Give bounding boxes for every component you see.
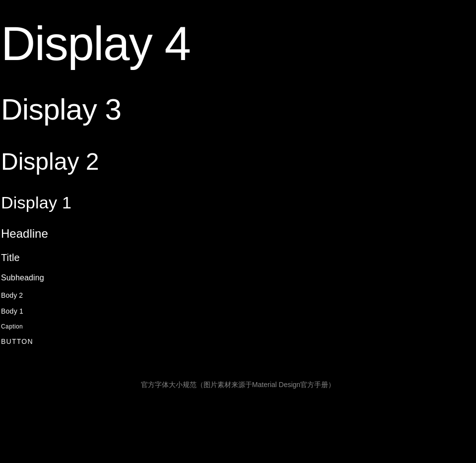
display4-label: Display 4	[1, 10, 476, 87]
display4-item: Display 4	[0, 10, 476, 87]
display1-item: Display 1	[0, 189, 476, 223]
subheading-label: Subheading	[1, 270, 476, 289]
display3-item: Display 3	[0, 87, 476, 142]
display3-label: Display 3	[1, 87, 476, 142]
body2-label: Body 2	[1, 289, 476, 305]
footer-note: 官方字体大小规范（图片素材来源于Material Design官方手册）	[0, 361, 476, 399]
caption-item: Caption	[0, 321, 476, 335]
display2-label: Display 2	[1, 142, 476, 189]
caption-label: Caption	[1, 321, 476, 335]
title-label: Title	[1, 249, 476, 270]
body1-item: Body 1	[0, 305, 476, 321]
subheading-item: Subheading	[0, 270, 476, 289]
title-item: Title	[0, 249, 476, 270]
type-scale-container: Display 4 Display 3 Display 2 Display 1 …	[0, 0, 476, 419]
button-item: Button	[0, 335, 476, 351]
headline-label: Headline	[1, 223, 476, 249]
body1-label: Body 1	[1, 305, 476, 321]
button-label: Button	[1, 335, 476, 351]
headline-item: Headline	[0, 223, 476, 249]
display2-item: Display 2	[0, 142, 476, 189]
display1-label: Display 1	[1, 189, 476, 223]
body2-item: Body 2	[0, 289, 476, 305]
